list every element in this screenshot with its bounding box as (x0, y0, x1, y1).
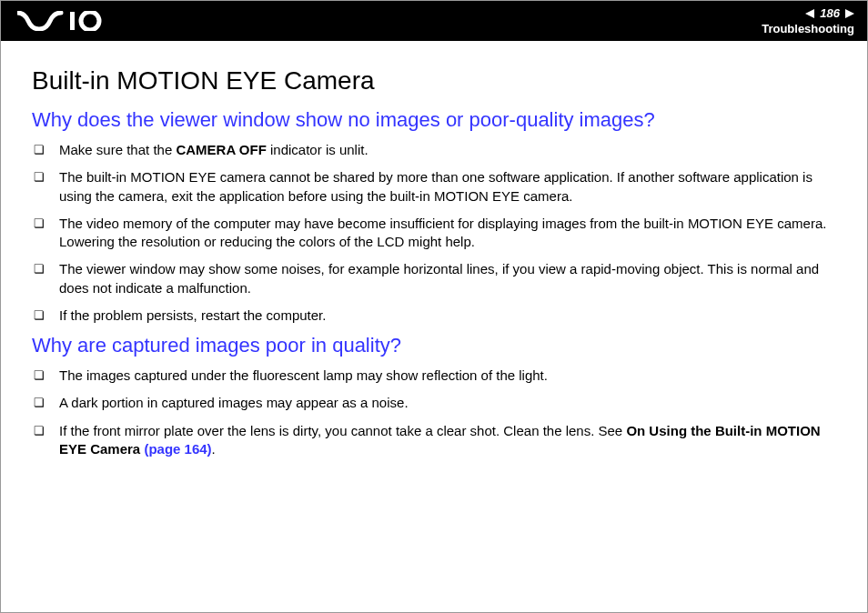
page-number: 186 (818, 6, 842, 20)
svg-point-1 (81, 12, 99, 30)
list-item: The viewer window may show some noises, … (32, 260, 836, 297)
list-item: The video memory of the computer may hav… (32, 215, 836, 252)
prev-page-arrow-icon[interactable] (805, 9, 814, 18)
list-item: The images captured under the fluorescen… (32, 367, 836, 385)
page-nav: 186 (805, 6, 854, 20)
question-heading: Why are captured images poor in quality? (32, 334, 836, 357)
list-item: Make sure that the CAMERA OFF indicator … (32, 141, 836, 159)
list-item: A dark portion in captured images may ap… (32, 394, 836, 412)
list-item: The built-in MOTION EYE camera cannot be… (32, 168, 836, 206)
list-item: If the front mirror plate over the lens … (32, 422, 836, 459)
svg-rect-0 (70, 12, 75, 30)
next-page-arrow-icon[interactable] (845, 9, 854, 18)
header-right: 186 Troubleshooting (762, 6, 854, 35)
header-bar: 186 Troubleshooting (1, 1, 867, 41)
page-title: Built-in MOTION EYE Camera (32, 66, 836, 95)
question-heading: Why does the viewer window show no image… (32, 108, 836, 132)
answer-list: The images captured under the fluorescen… (32, 367, 836, 458)
page-link[interactable]: (page 164) (144, 441, 211, 457)
answer-list: Make sure that the CAMERA OFF indicator … (32, 141, 836, 325)
vaio-logo (17, 11, 117, 31)
page-content: Built-in MOTION EYE Camera Why does the … (1, 41, 867, 486)
list-item: If the problem persists, restart the com… (32, 306, 836, 325)
section-label: Troubleshooting (762, 22, 854, 35)
